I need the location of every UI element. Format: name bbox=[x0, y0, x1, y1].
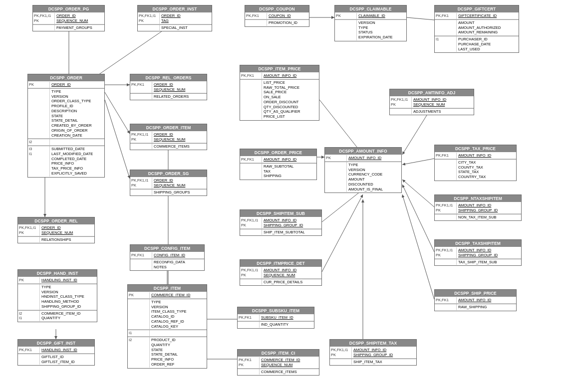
table-row: I2 I1COMMERCE_ITEM_ID QUANTITY bbox=[18, 310, 97, 322]
table-shipitem_sub: DCSPP_SHIPITEM_SUBPK,FK1,I1 PKAMOUNT_INF… bbox=[240, 209, 322, 236]
table-row: PK,FK1SUBSKU_ITEM_ID bbox=[238, 315, 314, 321]
table-header-order_rel: DCSPP_ORDER_REL bbox=[18, 217, 94, 224]
table-row: SHIP_ITEM_SUBTOTAL bbox=[240, 229, 321, 235]
key-cell bbox=[435, 304, 457, 310]
key-cell: PK,FK1,I1 PK bbox=[435, 202, 457, 213]
key-cell bbox=[240, 80, 262, 120]
key-cell: PK,FK1 bbox=[435, 153, 457, 159]
field-cell: COMMERCE_ITEM_ID bbox=[150, 292, 207, 298]
field-cell: COMMERCE_ITEM_ID SEQUENCE_NUM bbox=[260, 357, 319, 368]
table-item_price: DCSPP_ITEM_PRICEPK,FK1AMOUNT_INFO_IDLIST… bbox=[240, 65, 319, 121]
table-ship_price: DCSPP_SHIP_PRICEPK,FK1AMOUNT_INFO_IDRAW_… bbox=[434, 289, 517, 311]
table-header-item_ci: DCSPP_ITEM_CI bbox=[238, 350, 319, 357]
key-cell bbox=[435, 214, 457, 220]
key-cell bbox=[435, 160, 457, 180]
table-row: PK,FK1,I1 PKAMOUNT_INFO_ID SHIPPING_GROU… bbox=[240, 217, 321, 229]
table-row: CITY_TAX COUNTY_TAX STATE_TAX COUNTRY_TA… bbox=[435, 159, 516, 180]
table-rel_orders: DCSPP_REL_ORDERSPK,FK1ORDER_ID SEQUENCE_… bbox=[130, 74, 207, 100]
table-header-order_pg: DCSPP_ORDER_PG bbox=[33, 5, 104, 12]
field-cell: VERSION TYPE STATUS EXPIRATION_DATE bbox=[357, 20, 406, 40]
field-cell: ORDER_ID SEQUENCE_NUM bbox=[55, 13, 104, 24]
field-cell: SUBMITTED_DATE LAST_MODIFIED_DATE COMPLE… bbox=[50, 146, 104, 177]
table-subsku_item: DCSPP_SUBSKU_ITEMPK,FK1SUBSKU_ITEM_IDIND… bbox=[237, 307, 314, 329]
key-cell: PK,FK1 bbox=[240, 157, 262, 163]
table-header-ship_price: DCSPP_SHIP_PRICE bbox=[435, 290, 516, 297]
table-row: PK,FK1,I1 PKORDER_ID SEQUENCE_NUM bbox=[130, 178, 207, 189]
svg-line-15 bbox=[322, 195, 363, 272]
table-row: RAW_SUBTOTAL TAX SHIPPING bbox=[240, 163, 316, 179]
table-itmprice_det: DCSPP_ITMPRICE_DETPK,FK1,I1 PKAMOUNT_INF… bbox=[240, 259, 322, 286]
table-order_item: DCSPP_ORDER_ITEMPK,FK1,I1 PKORDER_ID SEQ… bbox=[130, 124, 207, 150]
key-cell: I2 bbox=[28, 139, 50, 145]
key-cell bbox=[130, 190, 152, 196]
field-cell: AMOUNT_INFO_ID bbox=[262, 157, 316, 163]
table-row: I3 I1SUBMITTED_DATE LAST_MODIFIED_DATE C… bbox=[28, 146, 104, 177]
key-cell bbox=[130, 144, 152, 150]
table-amount_info: DCSPP_AMOUNT_INFOPKAMOUNT_INFO_IDTYPE VE… bbox=[324, 147, 402, 193]
table-header-order_price: DCSPP_ORDER_PRICE bbox=[240, 149, 316, 156]
table-header-shipitem_sub: DCSPP_SHIPITEM_SUB bbox=[240, 210, 321, 217]
table-gift_inst: DCSPP_GIFT_INSTPK,FK1HANDLING_INST_IDGIF… bbox=[17, 339, 95, 366]
key-cell bbox=[245, 20, 267, 26]
table-row: CUR_PRICE_DETAILS bbox=[240, 279, 321, 285]
field-cell: HANDLING_INST_ID bbox=[40, 347, 94, 353]
field-cell: SUBSKU_ITEM_ID bbox=[260, 315, 314, 321]
field-cell: CUR_PRICE_DETAILS bbox=[262, 279, 321, 285]
key-cell: PK,FK1,I1 PK bbox=[330, 347, 352, 358]
field-cell: AMOUNT_INFO_ID bbox=[347, 155, 401, 161]
field-cell: NON_TAX_ITEM_SUB bbox=[457, 214, 521, 220]
field-cell: GIFTCERTIFICATE_ID bbox=[457, 13, 519, 19]
table-row: PK,FK1,I1 PKAMOUNT_INFO_ID SHIPPING_GROU… bbox=[435, 202, 521, 214]
field-cell: LIST_PRICE RAW_TOTAL_PRICE SALE_PRICE ON… bbox=[262, 80, 319, 120]
table-row: TYPE VERSION ORDER_CLASS_TYPE PROFILE_ID… bbox=[28, 88, 104, 139]
table-header-rel_orders: DCSPP_REL_ORDERS bbox=[130, 74, 207, 81]
table-row: PK,FK1AMOUNT_INFO_ID bbox=[240, 73, 319, 79]
key-cell bbox=[240, 164, 262, 179]
svg-line-12 bbox=[322, 190, 363, 222]
key-cell bbox=[435, 20, 457, 35]
key-cell bbox=[240, 229, 262, 235]
field-cell: AMOUNT_INFO_ID SHIPPING_GROUP_ID bbox=[457, 247, 521, 258]
field-cell: PRODUCT_ID QUANTITY STATE STATE_DETAIL P… bbox=[150, 337, 207, 368]
table-item: DCSPP_ITEMPKCOMMERCE_ITEM_IDTYPE VERSION… bbox=[127, 284, 207, 369]
table-header-order_item: DCSPP_ORDER_ITEM bbox=[130, 124, 207, 131]
field-cell: CONFIG_ITEM_ID bbox=[152, 252, 204, 258]
table-row: PK,FK1 PKCOMMERCE_ITEM_ID SEQUENCE_NUM bbox=[238, 357, 319, 369]
table-header-tax_price: DCSPP_TAX_PRICE bbox=[435, 145, 516, 152]
key-cell: PK,FK1 PK bbox=[238, 357, 260, 368]
field-cell: PAYMENT_GROUPS bbox=[55, 25, 104, 31]
table-tax_price: DCSPP_TAX_PRICEPK,FK1AMOUNT_INFO_IDCITY_… bbox=[434, 145, 517, 181]
key-cell bbox=[330, 359, 352, 365]
table-taxshipitem: DCSPP_TAXSHIPITEMPK,FK1,I1 PKAMOUNT_INFO… bbox=[434, 239, 522, 266]
key-cell bbox=[130, 94, 152, 100]
table-row: RAW_SHIPPING bbox=[435, 304, 516, 310]
key-cell bbox=[18, 237, 40, 243]
table-hand_inst: DCSPP_HAND_INSTPKHANDLING_INST_IDTYPE VE… bbox=[17, 269, 97, 322]
table-header-amount_info: DCSPP_AMOUNT_INFO bbox=[325, 148, 401, 155]
table-row: RELATED_ORDERS bbox=[130, 93, 207, 100]
key-cell bbox=[130, 259, 152, 270]
table-row: PK,FK1,I1 PKAMOUNT_INFO_ID SEQUENCE_NUM bbox=[390, 97, 474, 108]
svg-line-11 bbox=[402, 159, 434, 165]
key-cell: PK,FK1,I1 PK bbox=[18, 225, 40, 236]
table-header-shipitem_tax: DCSPP_SHIPITEM_TAX bbox=[330, 340, 416, 347]
table-row: PKAMOUNT_INFO_ID bbox=[325, 155, 401, 162]
table-row: PK,FK1,I1 PKAMOUNT_INFO_ID SHIPPING_GROU… bbox=[330, 347, 416, 359]
key-cell bbox=[435, 259, 457, 265]
key-cell: PK,FK1,I1 PK bbox=[33, 13, 55, 24]
key-cell: PK,FK1,I1 PK bbox=[435, 247, 457, 258]
table-header-claimable: DCSPP_CLAIMABLE bbox=[335, 5, 406, 12]
table-row: LIST_PRICE RAW_TOTAL_PRICE SALE_PRICE ON… bbox=[240, 79, 319, 120]
table-row: NON_TAX_ITEM_SUB bbox=[435, 214, 521, 220]
field-cell: RECONFIG_DATA NOTES bbox=[152, 259, 204, 270]
table-row: RELATIONSHIPS bbox=[18, 236, 94, 243]
field-cell: RELATIONSHIPS bbox=[40, 237, 94, 243]
field-cell: COMMERCE_ITEMS bbox=[260, 369, 319, 375]
table-row: PK,FK1,I1 PKORDER_ID SEQUENCE_NUM bbox=[18, 225, 94, 236]
field-cell: ORDER_ID SEQUENCE_NUM bbox=[40, 225, 94, 236]
table-row: PK,FK1COUPON_ID bbox=[245, 13, 309, 19]
field-cell: TYPE VERSION ITEM_CLASS_TYPE CATALOG_ID … bbox=[150, 299, 207, 330]
table-row: SHIP_ITEM_TAX bbox=[330, 359, 416, 365]
key-cell: PK,FK1 bbox=[130, 252, 152, 258]
field-cell: CLAIMABLE_ID bbox=[357, 13, 406, 19]
